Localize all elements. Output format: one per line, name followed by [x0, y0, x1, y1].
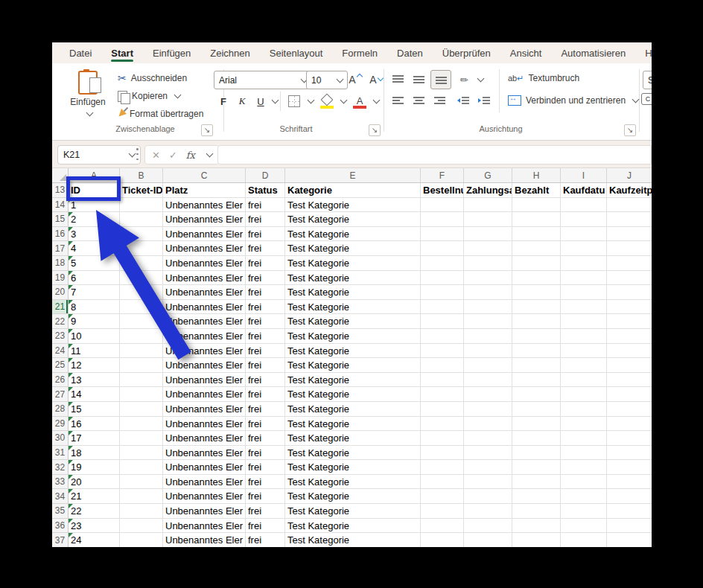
cell-B16[interactable] — [120, 227, 163, 242]
cell-B28[interactable] — [120, 402, 163, 417]
cell-E36[interactable]: Test Kategorie — [285, 519, 421, 534]
cell-G35[interactable] — [464, 504, 512, 519]
cell-G34[interactable] — [464, 489, 512, 504]
ribbon-tab-formeln[interactable]: Formeln — [332, 42, 387, 63]
cell-J23[interactable] — [607, 329, 652, 344]
cell-G17[interactable] — [464, 241, 512, 256]
cell-D27[interactable]: frei — [246, 387, 285, 402]
cell-F22[interactable] — [421, 314, 464, 329]
cell-D22[interactable]: frei — [246, 314, 285, 329]
formula-bar-grip[interactable] — [136, 148, 139, 160]
cell-E13[interactable]: Kategorie — [285, 183, 421, 198]
cell-C13[interactable]: Platz — [163, 183, 246, 198]
cell-G18[interactable] — [464, 256, 512, 271]
ribbon-tab-daten[interactable]: Daten — [387, 42, 433, 63]
cell-F26[interactable] — [421, 373, 464, 388]
chevron-down-icon[interactable] — [206, 150, 214, 158]
cell-B31[interactable] — [120, 446, 163, 461]
row-header-32[interactable]: 32 — [52, 460, 69, 475]
cell-B25[interactable] — [120, 358, 163, 373]
cell-A21[interactable]: 8 — [69, 300, 120, 315]
cell-F25[interactable] — [421, 358, 464, 373]
bold-button[interactable]: F — [216, 93, 231, 109]
cell-E17[interactable]: Test Kategorie — [285, 241, 421, 256]
row-header-18[interactable]: 18 — [52, 256, 69, 271]
cell-C17[interactable]: Unbenanntes Eler — [163, 241, 246, 256]
cell-A19[interactable]: 6 — [69, 271, 120, 286]
enter-icon[interactable]: ✓ — [169, 150, 177, 161]
cell-C27[interactable]: Unbenanntes Eler — [163, 387, 246, 402]
cell-F31[interactable] — [421, 446, 464, 461]
column-header-B[interactable]: B — [120, 168, 163, 183]
cell-J21[interactable] — [607, 300, 652, 315]
cell-B29[interactable] — [120, 417, 163, 432]
cell-I29[interactable] — [561, 417, 607, 432]
cell-J20[interactable] — [607, 285, 652, 300]
row-header-29[interactable]: 29 — [52, 417, 69, 432]
cell-J17[interactable] — [607, 241, 652, 256]
cell-G32[interactable] — [464, 460, 512, 475]
cell-H27[interactable] — [512, 387, 561, 402]
cell-B15[interactable] — [120, 212, 163, 227]
cell-A23[interactable]: 10 — [69, 329, 120, 344]
cell-H35[interactable] — [512, 504, 561, 519]
column-header-E[interactable]: E — [285, 168, 421, 183]
cell-C32[interactable]: Unbenanntes Eler — [163, 460, 246, 475]
column-header-D[interactable]: D — [246, 168, 285, 183]
cell-A14[interactable]: 1 — [69, 198, 120, 213]
cell-G30[interactable] — [464, 431, 512, 446]
cell-B33[interactable] — [120, 475, 163, 490]
cell-A15[interactable]: 2 — [69, 212, 120, 227]
cell-C28[interactable]: Unbenanntes Eler — [163, 402, 246, 417]
cell-D37[interactable]: frei — [246, 533, 285, 547]
increase-font-button[interactable]: A — [344, 71, 360, 88]
row-header-17[interactable]: 17 — [52, 241, 69, 256]
row-header-27[interactable]: 27 — [52, 387, 69, 402]
font-dialog-launcher-icon[interactable]: ↘ — [369, 124, 381, 136]
cell-J24[interactable] — [607, 344, 652, 359]
cell-A29[interactable]: 16 — [69, 417, 120, 432]
cell-B36[interactable] — [120, 519, 163, 534]
cell-B22[interactable] — [120, 314, 163, 329]
cell-G29[interactable] — [464, 417, 512, 432]
cell-J25[interactable] — [607, 358, 652, 373]
cell-D15[interactable]: frei — [246, 212, 285, 227]
align-right-button[interactable] — [430, 93, 448, 109]
cell-D20[interactable]: frei — [246, 285, 285, 300]
cell-F32[interactable] — [421, 460, 464, 475]
cell-F21[interactable] — [421, 300, 464, 315]
cell-A27[interactable]: 14 — [69, 387, 120, 402]
cell-H16[interactable] — [512, 227, 561, 242]
cell-I19[interactable] — [561, 271, 607, 286]
cell-D31[interactable]: frei — [246, 446, 285, 461]
cell-F17[interactable] — [421, 241, 464, 256]
cell-E20[interactable]: Test Kategorie — [285, 285, 421, 300]
row-header-22[interactable]: 22 — [52, 314, 69, 329]
cell-D30[interactable]: frei — [246, 431, 285, 446]
format-painter-button[interactable]: Format übertragen — [118, 106, 203, 121]
cell-H32[interactable] — [512, 460, 561, 475]
cell-A37[interactable]: 24 — [69, 533, 120, 547]
ribbon-tab-hilfe[interactable]: Hilfe — [635, 42, 652, 63]
cell-F13[interactable]: Bestellnu — [421, 183, 464, 198]
italic-button[interactable]: K — [235, 93, 249, 109]
cell-H36[interactable] — [512, 519, 561, 534]
cell-I24[interactable] — [561, 344, 607, 359]
cell-H26[interactable] — [512, 373, 561, 388]
cell-H29[interactable] — [512, 417, 561, 432]
cell-D36[interactable]: frei — [246, 519, 285, 534]
cell-I18[interactable] — [561, 256, 607, 271]
cell-D24[interactable]: frei — [246, 344, 285, 359]
cell-B13[interactable]: Ticket-ID — [120, 183, 163, 198]
row-header-26[interactable]: 26 — [52, 373, 69, 388]
cell-C37[interactable]: Unbenanntes Eler — [163, 533, 246, 547]
cell-C16[interactable]: Unbenanntes Eler — [163, 227, 246, 242]
cell-G14[interactable] — [464, 198, 512, 213]
cell-C15[interactable]: Unbenanntes Eler — [163, 212, 246, 227]
cell-H14[interactable] — [512, 198, 561, 213]
cell-I36[interactable] — [561, 519, 607, 534]
row-header-16[interactable]: 16 — [52, 227, 69, 242]
fill-color-chevron-icon[interactable] — [340, 97, 348, 104]
cell-G24[interactable] — [464, 344, 512, 359]
cell-I33[interactable] — [561, 475, 607, 490]
